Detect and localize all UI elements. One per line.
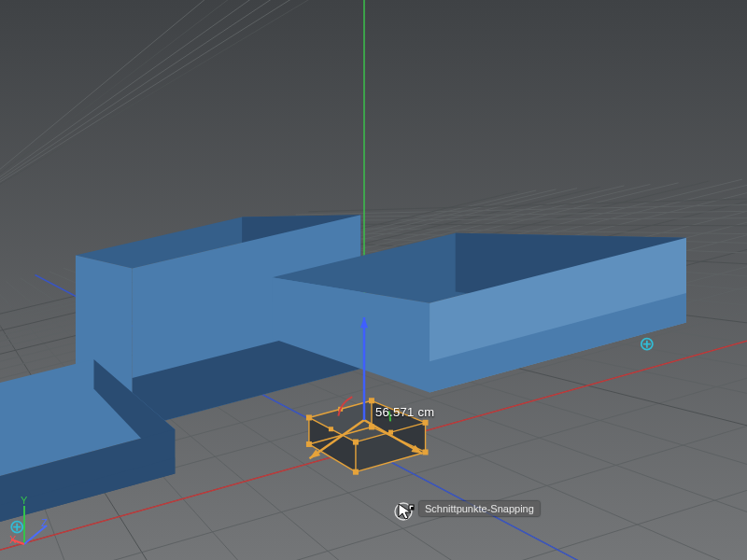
viewport-3d[interactable] <box>0 0 747 560</box>
axis-compass[interactable]: Y Z X <box>7 493 63 549</box>
axis-x-label: X <box>9 534 16 545</box>
svg-line-1 <box>24 525 47 544</box>
axis-z-label: Z <box>41 517 48 528</box>
axis-y-label: Y <box>21 495 27 506</box>
